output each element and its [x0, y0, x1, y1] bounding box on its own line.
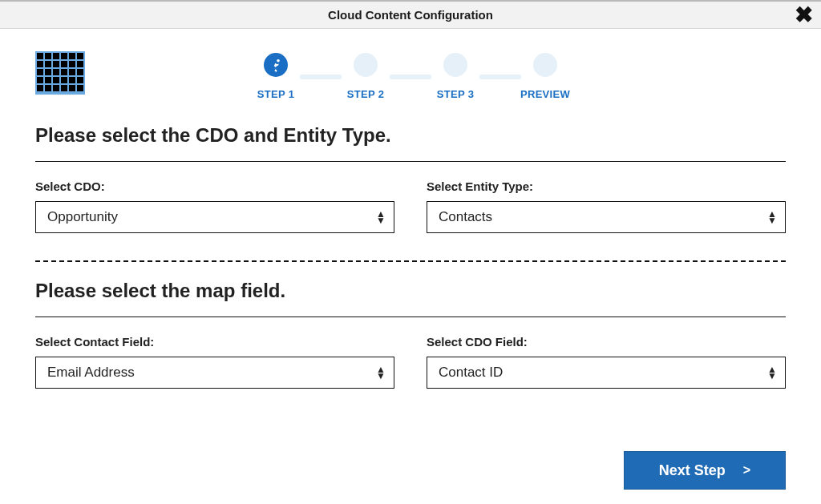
modal-body: STEP 1 STEP 2 STEP 3 PREVIEW: [0, 29, 821, 504]
field-row-2: Select Contact Field: Email Address ▲▼ S…: [35, 335, 786, 389]
modal-header: Cloud Content Configuration ✖: [0, 0, 821, 29]
select-cdo-field-value: Contact ID: [439, 365, 503, 381]
divider: [35, 317, 786, 317]
select-cdo-value: Opportunity: [47, 209, 118, 225]
label-select-cdo-field: Select CDO Field:: [427, 335, 786, 349]
label-select-cdo: Select CDO:: [35, 179, 394, 193]
field-select-cdo-field: Select CDO Field: Contact ID ▲▼: [427, 335, 786, 389]
field-select-entity: Select Entity Type: Contacts ▲▼: [427, 179, 786, 233]
chevron-right-icon: >: [743, 463, 750, 478]
modal-title: Cloud Content Configuration: [328, 8, 493, 22]
stepper: STEP 1 STEP 2 STEP 3 PREVIEW: [35, 48, 786, 100]
step-label: STEP 3: [437, 88, 474, 100]
step-3[interactable]: STEP 3: [423, 53, 487, 100]
select-stepper-icon: ▲▼: [376, 211, 386, 224]
step-1[interactable]: STEP 1: [244, 53, 308, 100]
svg-point-31: [277, 59, 280, 62]
next-step-label: Next Step: [659, 462, 726, 479]
divider-dashed: [35, 260, 786, 262]
label-select-contact-field: Select Contact Field:: [35, 335, 394, 349]
step-connector: [479, 75, 521, 79]
select-contact-field-value: Email Address: [47, 365, 135, 381]
select-entity-value: Contacts: [439, 209, 492, 225]
section-heading-map: Please select the map field.: [35, 280, 786, 302]
field-select-contact-field: Select Contact Field: Email Address ▲▼: [35, 335, 394, 389]
select-cdo[interactable]: Opportunity ▲▼: [35, 201, 394, 233]
step-2[interactable]: STEP 2: [334, 53, 398, 100]
select-stepper-icon: ▲▼: [767, 366, 777, 379]
section-heading-cdo: Please select the CDO and Entity Type.: [35, 124, 786, 147]
select-stepper-icon: ▲▼: [767, 211, 777, 224]
divider: [35, 161, 786, 162]
field-row-1: Select CDO: Opportunity ▲▼ Select Entity…: [35, 179, 786, 233]
step-label: STEP 1: [257, 88, 294, 100]
label-select-entity: Select Entity Type:: [427, 179, 786, 193]
top-row: STEP 1 STEP 2 STEP 3 PREVIEW: [35, 48, 786, 100]
select-cdo-field[interactable]: Contact ID ▲▼: [427, 357, 786, 389]
next-step-button[interactable]: Next Step >: [624, 451, 786, 490]
step-label: STEP 2: [347, 88, 384, 100]
step-preview[interactable]: PREVIEW: [513, 53, 577, 100]
select-stepper-icon: ▲▼: [376, 366, 386, 379]
field-select-cdo: Select CDO: Opportunity ▲▼: [35, 179, 394, 233]
select-entity-type[interactable]: Contacts ▲▼: [427, 201, 786, 233]
runner-icon: [269, 58, 283, 72]
close-icon[interactable]: ✖: [795, 4, 813, 26]
select-contact-field[interactable]: Email Address ▲▼: [35, 357, 394, 389]
step-connector: [390, 75, 431, 79]
step-connector: [300, 75, 342, 79]
step-label: PREVIEW: [520, 88, 570, 100]
